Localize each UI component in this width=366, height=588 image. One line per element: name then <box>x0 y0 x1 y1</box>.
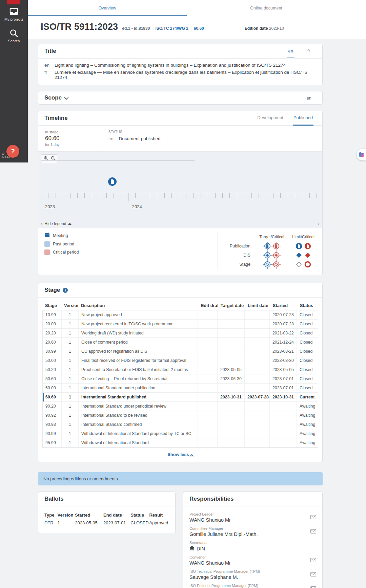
legend-item: Meeting <box>44 232 218 239</box>
table-row[interactable]: 90.921International Standard to be revis… <box>43 411 318 420</box>
cell: 2023-05-05 <box>270 365 297 374</box>
legend-swatch <box>44 249 50 255</box>
ruler-tick <box>251 193 252 198</box>
table-row[interactable]: 60.001International Standard under publi… <box>43 384 318 393</box>
cell: Closed <box>297 356 318 365</box>
cell: 2023-07-28 <box>245 393 270 401</box>
cell <box>245 411 270 420</box>
cell <box>198 329 218 337</box>
cell: International Standard under publication <box>79 384 198 392</box>
scroll-left-icon[interactable]: ‹ <box>41 221 42 226</box>
table-row[interactable]: 60.601International Standard published20… <box>43 393 318 402</box>
table-row[interactable]: 50.601Close of voting -- Proof returned … <box>43 374 318 384</box>
cell: 1 <box>62 402 79 411</box>
mail-icon[interactable] <box>310 586 316 588</box>
cell: 1 <box>62 338 79 347</box>
cell <box>198 429 218 438</box>
tab-overview[interactable]: Overview <box>28 0 187 16</box>
ruler-tick <box>150 193 150 198</box>
timeline-chart[interactable]: 20232024 <box>38 152 322 219</box>
extension-bubble[interactable] <box>357 149 366 160</box>
sidebar-item-my-projects[interactable]: My projects <box>0 7 28 21</box>
table-row[interactable]: 20.201Working draft (WD) study initiated… <box>43 329 318 338</box>
ruler-tick <box>48 193 48 198</box>
help-button[interactable]: ? <box>6 145 19 158</box>
cell: 60.00 <box>43 384 62 392</box>
table-row[interactable]: 30.991CD approved for registration as DI… <box>43 347 318 356</box>
cell <box>245 438 270 447</box>
sidebar-item-search[interactable]: Search <box>0 28 28 43</box>
sidebar: My projects Search W. API 3.2. ? <box>0 0 28 162</box>
ruler-tick <box>302 193 302 198</box>
cell <box>245 320 270 328</box>
cell <box>270 429 297 438</box>
stage-code-link[interactable]: 60.60 <box>194 26 204 31</box>
cell: 1 <box>62 393 79 401</box>
lang-tab-fr[interactable]: fr <box>306 48 311 58</box>
cell: Close of voting -- Proof returned by Sec… <box>79 374 198 383</box>
ballot-type-link[interactable]: DTR <box>44 519 57 527</box>
chart-zoom-controls <box>41 154 58 163</box>
scope-expander[interactable]: Scope en <box>38 91 322 104</box>
mail-icon[interactable] <box>310 572 316 578</box>
lang-tab-en[interactable]: en <box>287 48 294 58</box>
table-row[interactable]: 20.001New project registered in TC/SC wo… <box>43 320 318 329</box>
responsibility-name: Sauvage Stéphane M. <box>189 574 305 580</box>
cell: 95.99 <box>43 438 62 447</box>
timeline-tab-published[interactable]: Published <box>293 115 313 126</box>
table-row[interactable]: 90.931International Standard confirmedAw… <box>43 420 318 429</box>
cell <box>198 347 218 356</box>
column-header: Target date <box>218 301 245 310</box>
table-row[interactable]: 50.201Proof sent to Secretariat or FDIS … <box>43 365 318 374</box>
committee-link[interactable]: ISO/TC 274/WG 2 <box>155 26 188 31</box>
legend-row-publication: Publication <box>225 241 318 251</box>
table-row[interactable]: 10.991New project approved2020-07-28Clos… <box>43 310 318 320</box>
cell: Approved <box>149 519 169 527</box>
responsibility-item: ISO Editorial Programme Manager (EPM)ABY… <box>189 581 316 588</box>
table-row[interactable]: 90.201International Standard under perio… <box>43 402 318 411</box>
responsibility-role: Convenor <box>189 555 305 559</box>
cell: 20.60 <box>43 338 62 347</box>
cell <box>245 310 270 319</box>
mail-icon[interactable] <box>310 515 316 521</box>
mail-icon[interactable] <box>310 558 316 564</box>
publication-marker-icon[interactable] <box>108 177 117 186</box>
cell <box>245 384 270 392</box>
cell <box>245 402 270 411</box>
timeline-tab-development[interactable]: Development <box>257 115 284 126</box>
cell: 90.93 <box>43 420 62 429</box>
info-icon[interactable]: i <box>63 288 68 293</box>
responsibility-role: Project Leader <box>189 512 305 516</box>
home-icon <box>189 546 195 551</box>
cell: Closed <box>297 310 318 319</box>
show-less-button[interactable]: Show less <box>38 448 322 462</box>
scroll-right-icon[interactable]: › <box>318 221 320 226</box>
responsibility-name: DIN <box>189 546 305 551</box>
cell: 2020-07-28 <box>270 320 297 328</box>
tab-online-document[interactable]: Online document <box>187 0 346 16</box>
title-text: Light and lighting – Commissioning of li… <box>55 63 286 68</box>
cell <box>198 356 218 365</box>
page-header: ISO/TR 5911:2023 ed.1 - id.81830 ISO/TC … <box>28 16 366 39</box>
zoom-in-icon[interactable] <box>44 156 48 162</box>
calendar-icon <box>44 232 50 239</box>
table-row[interactable]: 95.991Withdrawal of International Standa… <box>43 438 318 448</box>
cell <box>218 347 245 356</box>
ruler-tick <box>106 193 107 198</box>
cell: 1 <box>62 329 79 337</box>
status-label: STATUS <box>108 130 161 134</box>
cell <box>245 338 270 347</box>
hide-legend-toggle[interactable]: ‹ Hide legend <box>41 221 72 226</box>
app-logo[interactable] <box>7 0 20 4</box>
mail-icon[interactable] <box>310 529 316 535</box>
cell: New project approved <box>79 310 198 319</box>
table-row[interactable]: 50.001Final text received or FDIS regist… <box>43 356 318 365</box>
zoom-out-icon[interactable] <box>51 156 55 162</box>
ballot-row: DTR12023-05-052023-07-01CLOSEDApproved <box>44 519 169 527</box>
table-row[interactable]: 90.991Withdrawal of International Standa… <box>43 429 318 438</box>
title-rows: enLight and lighting – Commissioning of … <box>38 59 322 85</box>
cell: CLOSED <box>130 519 149 527</box>
table-row[interactable]: 20.601Close of comment period2021-12-24C… <box>43 338 318 347</box>
cell: 1 <box>62 347 79 356</box>
cell <box>270 402 297 411</box>
